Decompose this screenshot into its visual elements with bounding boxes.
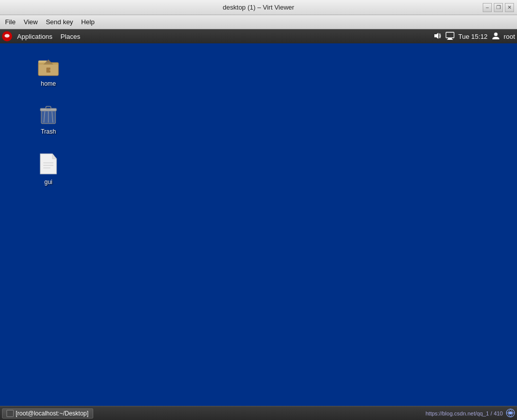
menu-view[interactable]: View — [20, 17, 42, 27]
svg-rect-4 — [447, 39, 453, 40]
home-folder-image — [36, 53, 60, 78]
gui-file-image — [36, 152, 60, 176]
panel-right: Tue 15:12 root — [433, 32, 515, 41]
taskbar-right: https://blog.csdn.net/qq_1 / 410 — [425, 408, 515, 418]
svg-point-11 — [49, 70, 50, 71]
gui-label: gui — [43, 178, 54, 186]
titlebar: desktop (1) – Virt Viewer – ❐ ✕ — [0, 0, 517, 15]
trash-image — [36, 101, 60, 126]
panel-left: Applications Places — [2, 31, 84, 41]
taskbar: [root@localhost:~/Desktop] https://blog.… — [0, 406, 517, 420]
minimize-button[interactable]: – — [483, 3, 492, 12]
menu-help[interactable]: Help — [77, 17, 99, 27]
applications-menu[interactable]: Applications — [13, 32, 56, 41]
menu-sendkey[interactable]: Send key — [42, 17, 77, 27]
window-controls: – ❐ ✕ — [483, 3, 514, 12]
close-button[interactable]: ✕ — [505, 3, 514, 12]
clock-display[interactable]: Tue 15:12 — [459, 33, 488, 40]
user-icon — [492, 32, 500, 41]
taskbar-left: [root@localhost:~/Desktop] — [2, 408, 93, 418]
gnome-panel: Applications Places Tue 15:12 — [0, 29, 517, 43]
clock-text: Tue 15:12 — [459, 33, 488, 40]
svg-rect-3 — [448, 38, 452, 39]
redhat-icon — [2, 31, 12, 41]
svg-rect-12 — [38, 63, 58, 65]
restore-button[interactable]: ❐ — [494, 3, 503, 12]
terminal-task-label: [root@localhost:~/Desktop] — [16, 410, 89, 417]
window-title: desktop (1) – Virt Viewer — [223, 4, 294, 11]
user-label[interactable]: root — [504, 33, 515, 40]
url-label: https://blog.csdn.net/qq_1 / 410 — [425, 410, 503, 416]
svg-rect-19 — [42, 111, 55, 123]
gui-file-icon[interactable]: gui — [28, 152, 69, 186]
svg-marker-1 — [434, 33, 438, 39]
trash-icon[interactable]: Trash — [28, 101, 69, 136]
trash-label: Trash — [39, 128, 57, 136]
places-menu[interactable]: Places — [56, 32, 84, 41]
display-icon[interactable] — [445, 32, 455, 41]
terminal-task-icon — [7, 410, 14, 417]
menu-bar: File View Send key Help — [0, 15, 517, 29]
svg-point-5 — [494, 32, 497, 36]
svg-point-0 — [5, 34, 10, 38]
svg-rect-18 — [46, 106, 51, 109]
terminal-task[interactable]: [root@localhost:~/Desktop] — [2, 408, 93, 418]
home-label: home — [39, 80, 57, 88]
network-icon — [506, 408, 515, 418]
home-icon[interactable]: home — [28, 53, 69, 88]
desktop: home Trash — [0, 43, 517, 406]
svg-rect-2 — [446, 32, 454, 38]
svg-marker-21 — [52, 154, 56, 159]
menu-file[interactable]: File — [1, 17, 20, 27]
volume-icon[interactable] — [433, 32, 441, 41]
